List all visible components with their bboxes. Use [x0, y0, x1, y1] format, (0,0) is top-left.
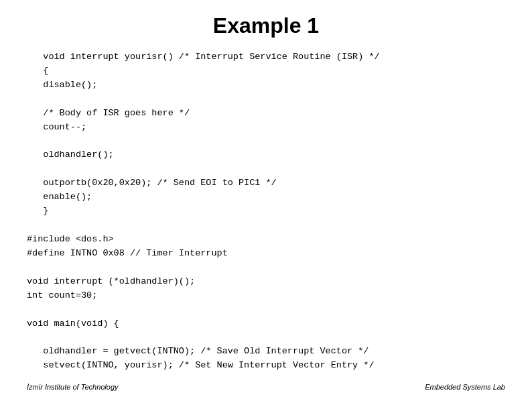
footer-left: İzmir Institute of Technology [27, 383, 119, 391]
footer: İzmir Institute of Technology Embedded S… [27, 383, 505, 391]
slide-container: Example 1 void interrupt yourisr() /* In… [0, 0, 532, 399]
code-block: void interrupt yourisr() /* Interrupt Se… [27, 50, 505, 399]
footer-right: Embedded Systems Lab [425, 383, 505, 391]
slide-title: Example 1 [27, 13, 505, 38]
